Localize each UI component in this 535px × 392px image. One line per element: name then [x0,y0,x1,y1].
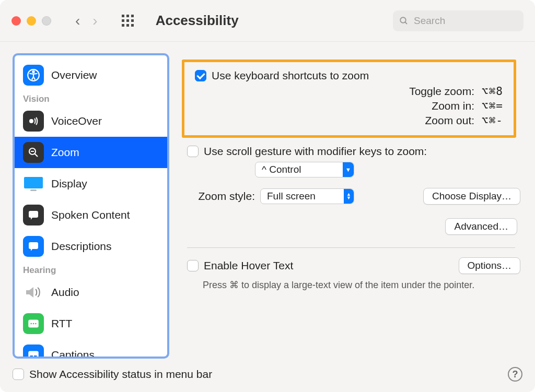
svg-point-17 [33,323,34,325]
zoom-icon [23,142,44,163]
fullscreen-window-button[interactable] [42,16,51,26]
sidebar-item-zoom[interactable]: Zoom [15,137,167,168]
advanced-button[interactable]: Advanced… [445,218,517,235]
audio-icon [23,282,44,303]
keyboard-shortcuts-highlight: Use keyboard shortcuts to zoom Toggle zo… [182,60,516,138]
voiceover-icon [23,111,44,132]
zoom-out-shortcut: ⌥⌘- [482,114,503,127]
sidebar-item-audio[interactable]: Audio [15,277,167,308]
svg-rect-19 [28,351,39,357]
sidebar-item-label: Descriptions [51,240,112,253]
toggle-zoom-shortcut: ⌥⌘8 [482,85,503,98]
spoken-content-icon [23,205,44,225]
nav-arrows: ‹ › [75,14,98,28]
svg-point-14 [35,245,37,246]
sidebar-item-voiceover[interactable]: VoiceOver [15,105,167,137]
hover-text-label: Enable Hover Text [204,259,293,272]
accessibility-icon [23,65,44,86]
sidebar-item-label: Overview [51,69,97,81]
svg-rect-20 [30,355,33,357]
svg-point-3 [32,71,34,73]
rtt-icon [23,313,44,334]
search-icon [399,16,409,26]
svg-line-1 [405,22,407,24]
help-button[interactable]: ? [508,367,522,382]
sidebar: Overview Vision VoiceOver Zoom [13,53,169,359]
sidebar-item-label: Spoken Content [51,209,130,221]
descriptions-icon [23,236,44,257]
toggle-zoom-label: Toggle zoom: [263,85,474,98]
sidebar-item-captions[interactable]: Captions [15,339,167,357]
back-button[interactable]: ‹ [75,14,80,28]
sidebar-item-label: RTT [51,317,72,330]
svg-rect-10 [29,211,38,218]
status-menu-bar-checkbox[interactable] [13,369,24,380]
sidebar-item-label: Display [51,177,87,190]
hover-text-checkbox[interactable] [187,260,199,271]
modifier-key-popup[interactable]: ^ Control ▼ [255,162,354,177]
use-keyboard-shortcuts-label: Use keyboard shortcuts to zoom [212,69,369,82]
sidebar-group-hearing: Hearing [15,262,167,277]
zoom-style-value: Full screen [267,191,316,202]
search-input[interactable] [413,15,517,27]
minimize-window-button[interactable] [27,16,36,26]
zoom-settings-panel: Use keyboard shortcuts to zoom Toggle zo… [176,53,522,359]
captions-icon [23,345,44,357]
divider [187,247,515,248]
chevron-updown-icon: ▲▼ [344,189,354,204]
sidebar-item-overview[interactable]: Overview [15,60,167,91]
sidebar-item-rtt[interactable]: RTT [15,308,167,339]
show-all-preferences-button[interactable] [122,15,134,27]
sidebar-item-label: Captions [51,349,95,357]
close-window-button[interactable] [11,16,21,26]
content-body: Overview Vision VoiceOver Zoom [0,42,535,359]
sidebar-group-vision: Vision [15,91,167,105]
svg-point-12 [31,245,32,246]
sidebar-item-spoken-content[interactable]: Spoken Content [15,199,167,231]
window-controls [11,16,51,26]
zoom-out-label: Zoom out: [263,114,474,127]
sidebar-item-label: Zoom [51,146,79,159]
window-title: Accessibility [156,13,239,29]
hover-text-hint: Press ⌘ to display a large-text view of … [182,274,520,291]
window-toolbar: ‹ › Accessibility [0,0,535,42]
svg-rect-21 [34,355,37,357]
scroll-gesture-label: Use scroll gesture with modifier keys to… [204,145,427,158]
window-footer: Show Accessibility status in menu bar ? [0,359,535,392]
zoom-in-shortcut: ⌥⌘= [482,100,503,112]
svg-rect-9 [30,189,37,191]
choose-display-button[interactable]: Choose Display… [423,188,520,205]
search-field-wrapper[interactable] [393,10,524,31]
display-icon [23,173,44,194]
zoom-style-label: Zoom style: [187,190,255,203]
svg-rect-8 [24,177,43,188]
svg-point-0 [400,17,406,23]
scroll-gesture-checkbox[interactable] [187,146,199,157]
modifier-key-value: ^ Control [262,164,301,175]
svg-point-4 [29,119,33,123]
status-menu-bar-label: Show Accessibility status in menu bar [29,368,212,381]
zoom-shortcuts-list: Toggle zoom: ⌥⌘8 Zoom in: ⌥⌘= Zoom out: … [263,85,503,127]
chevron-down-icon: ▼ [343,162,354,177]
sidebar-item-label: Audio [51,286,79,299]
sidebar-item-descriptions[interactable]: Descriptions [15,231,167,262]
use-keyboard-shortcuts-checkbox[interactable] [195,70,206,81]
zoom-style-popup[interactable]: Full screen ▲▼ [260,188,354,204]
svg-point-13 [33,245,34,246]
svg-line-6 [35,154,38,157]
zoom-in-label: Zoom in: [263,100,474,112]
sidebar-item-display[interactable]: Display [15,168,167,199]
svg-point-18 [35,323,37,325]
sidebar-item-label: VoiceOver [51,115,102,127]
svg-point-16 [30,323,32,325]
hover-text-options-button[interactable]: Options… [459,257,520,274]
accessibility-preferences-window: ‹ › Accessibility Overview Vision [0,0,535,392]
forward-button[interactable]: › [92,14,97,28]
